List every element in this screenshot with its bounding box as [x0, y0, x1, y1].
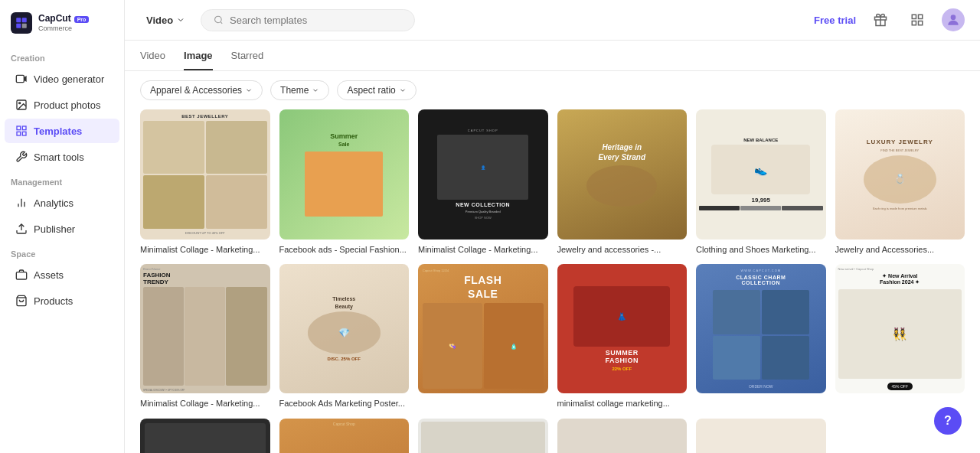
filters: Apparel & Accessories Theme Aspect ratio: [125, 71, 980, 109]
sidebar-item-products[interactable]: Products: [5, 288, 119, 313]
template-thumb: [696, 419, 826, 453]
template-card[interactable]: WWW.CAPCUT.COM CLASSIC CHARMCOLLECTION O…: [696, 264, 826, 409]
topbar-right: Free trial: [814, 8, 965, 32]
template-label: Minimalist Collage - Marketing...: [140, 244, 270, 255]
svg-rect-0: [16, 18, 21, 22]
avatar[interactable]: [942, 8, 965, 31]
help-button[interactable]: ?: [934, 407, 962, 435]
sidebar-item-smart-tools[interactable]: Smart tools: [5, 145, 119, 169]
template-thumb: New arrival • Capcut Shop ✦ New ArrivalF…: [835, 264, 965, 394]
template-thumb: Timeless Beauty 💎 DISC. 25% OFF: [279, 264, 410, 394]
avatar-icon: [946, 12, 961, 28]
management-label: Management: [0, 170, 124, 190]
svg-rect-10: [17, 132, 21, 135]
logo-sub: Commerce: [38, 24, 89, 32]
chevron-down-icon: [245, 86, 253, 94]
template-label: Minimalist Collage - Marketing...: [418, 244, 548, 255]
sidebar-item-publisher-label: Publisher: [34, 223, 75, 235]
template-thumb: CAPCUT SHOP 👤 NEW COLLECTION Premium Qua…: [418, 109, 548, 240]
sidebar-item-product-photos[interactable]: Product photos: [5, 93, 119, 117]
filter-category[interactable]: Apparel & Accessories: [140, 80, 263, 100]
logo-icon: [11, 12, 32, 34]
sidebar-item-video-generator-label: Video generator: [34, 73, 104, 85]
tab-image[interactable]: Image: [184, 50, 213, 70]
template-card[interactable]: Summer Sale Facebook ads - Special Fashi…: [279, 109, 410, 255]
analytics-icon: [15, 197, 28, 209]
svg-rect-25: [919, 21, 923, 25]
template-card[interactable]: 🧥 CORPORATECHIC REDEFINING PROFESSIONAL …: [140, 419, 270, 453]
sidebar-item-assets-label: Assets: [34, 269, 64, 281]
content-area: Video Image Starred Apparel & Accessorie…: [125, 41, 980, 453]
layout-button[interactable]: [905, 8, 929, 32]
template-card[interactable]: Capcut Shop 👒 Summer Collection: [279, 419, 410, 453]
template-card[interactable]: NEW BALANCE 👟 19,995 Clo: [696, 109, 826, 255]
sidebar-item-video-generator[interactable]: Video generator: [5, 67, 119, 91]
search-icon: [214, 15, 224, 25]
template-card[interactable]: [696, 419, 826, 453]
tabs: Video Image Starred: [125, 41, 980, 71]
template-thumb: NEW BALANCE 👟 19,995: [696, 109, 826, 240]
template-thumb: Capcut Shop 12/24 FLASH SALE 👒 🧴: [418, 264, 548, 394]
free-trial-button[interactable]: Free trial: [814, 15, 856, 26]
svg-point-7: [19, 103, 21, 104]
template-card[interactable]: CAPCUT SHOP 👤 NEW COLLECTION Premium Qua…: [418, 109, 548, 255]
publisher-icon: [15, 223, 28, 235]
sidebar-item-publisher[interactable]: Publisher: [5, 217, 119, 241]
template-card[interactable]: 👗 New FashionCollection: [418, 419, 548, 453]
template-thumb: Brand Name FASHIONTRENDY SPECIAL DISCOUN…: [140, 264, 270, 394]
sidebar-item-assets[interactable]: Assets: [5, 262, 119, 287]
template-thumb: 🧥 CORPORATECHIC REDEFINING PROFESSIONAL …: [140, 419, 270, 453]
svg-rect-2: [16, 24, 21, 28]
chevron-down-icon: [312, 86, 319, 94]
sidebar-item-analytics[interactable]: Analytics: [5, 191, 119, 215]
svg-rect-24: [912, 21, 916, 25]
main-content: Video Free trial: [125, 0, 980, 453]
template-card[interactable]: [557, 419, 688, 453]
templates-grid: BEST JEWELLERY DISCOUNT UP TO 40% OFF Mi…: [125, 109, 980, 453]
template-label: Jewelry and Accessories...: [835, 244, 965, 255]
layout-icon: [910, 13, 924, 27]
logo[interactable]: CapCut Pro Commerce: [0, 0, 124, 46]
svg-rect-4: [16, 75, 24, 82]
topbar-left: Video: [140, 9, 415, 31]
template-card[interactable]: 👗 SUMMERFASHION 22% OFF minimalist colla…: [557, 264, 688, 409]
template-card[interactable]: Heritage inEvery Strand Jewelry and acce…: [557, 109, 688, 255]
creation-label: Creation: [0, 46, 124, 66]
svg-rect-11: [22, 132, 26, 135]
template-card[interactable]: New arrival • Capcut Shop ✦ New ArrivalF…: [835, 264, 965, 409]
search-box[interactable]: [201, 9, 415, 31]
svg-rect-9: [22, 126, 26, 130]
template-thumb: BEST JEWELLERY DISCOUNT UP TO 40% OFF: [140, 109, 270, 240]
template-thumb: Capcut Shop 👒 Summer Collection: [279, 419, 410, 453]
tab-video[interactable]: Video: [140, 50, 165, 70]
video-icon: [15, 73, 28, 85]
search-input[interactable]: [230, 15, 402, 26]
template-card[interactable]: Timeless Beauty 💎 DISC. 25% OFF Facebook…: [279, 264, 410, 409]
svg-rect-22: [912, 15, 916, 18]
svg-rect-8: [17, 126, 21, 130]
template-card[interactable]: Capcut Shop 12/24 FLASH SALE 👒 🧴: [418, 264, 548, 409]
video-type-dropdown[interactable]: Video: [140, 11, 191, 29]
svg-line-19: [220, 21, 222, 23]
template-label: Clothing and Shoes Marketing...: [696, 244, 826, 255]
template-thumb: 👗 New FashionCollection: [418, 419, 548, 453]
template-card[interactable]: Brand Name FASHIONTRENDY SPECIAL DISCOUN…: [140, 264, 270, 409]
sidebar-item-products-label: Products: [34, 295, 73, 307]
svg-rect-23: [919, 15, 923, 18]
filter-theme[interactable]: Theme: [270, 80, 329, 100]
sidebar-item-smart-tools-label: Smart tools: [34, 152, 84, 163]
svg-point-18: [215, 16, 222, 23]
products-icon: [15, 295, 28, 307]
tool-icon: [15, 151, 28, 163]
gift-icon: [874, 13, 887, 27]
tab-starred[interactable]: Starred: [231, 50, 264, 70]
svg-rect-1: [22, 18, 27, 22]
gift-button[interactable]: [868, 8, 893, 32]
template-card[interactable]: BEST JEWELLERY DISCOUNT UP TO 40% OFF Mi…: [140, 109, 270, 255]
filter-aspect[interactable]: Aspect ratio: [337, 80, 416, 100]
svg-point-26: [951, 15, 956, 20]
template-thumb: WWW.CAPCUT.COM CLASSIC CHARMCOLLECTION O…: [696, 264, 826, 394]
sidebar-item-templates[interactable]: Templates: [5, 119, 119, 143]
template-thumb: Summer Sale: [279, 109, 410, 240]
template-card[interactable]: LUXURY JEWELRY FIND THE BEST JEWELRY 💍 E…: [835, 109, 965, 255]
